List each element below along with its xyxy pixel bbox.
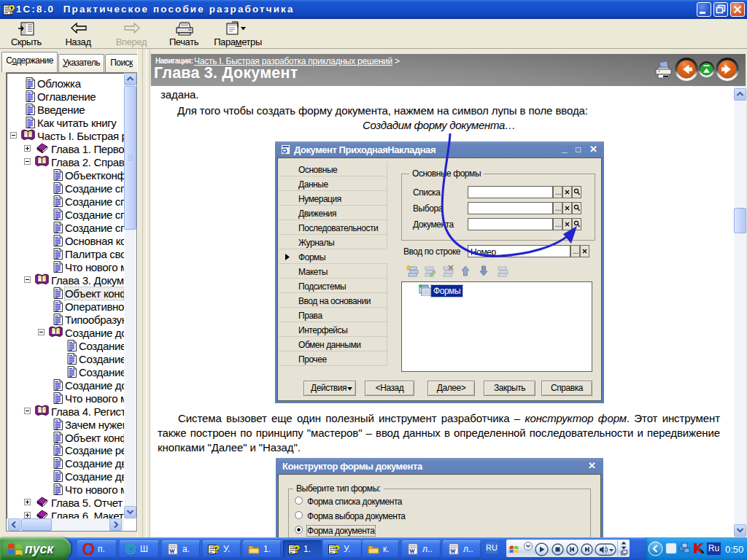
- svg-text:?: ?: [293, 543, 300, 555]
- svg-text:?: ?: [213, 543, 220, 555]
- svg-text:?: ?: [333, 543, 340, 555]
- svg-text:?: ?: [8, 4, 15, 16]
